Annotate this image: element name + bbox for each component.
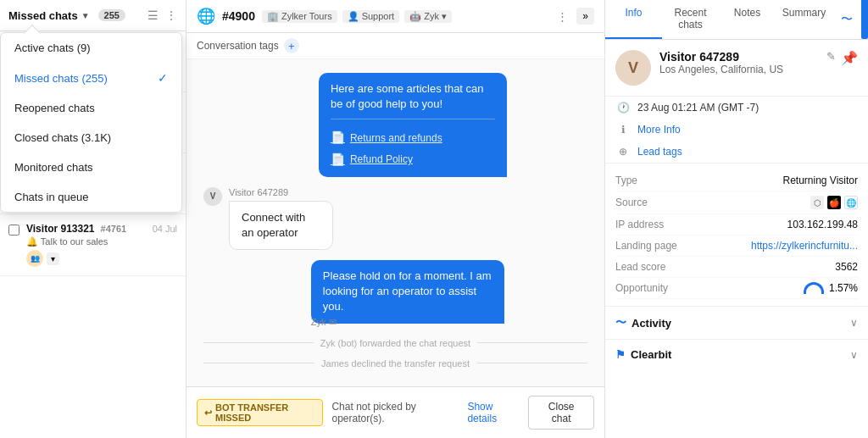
prop-type: Type Returning Visitor xyxy=(615,170,858,191)
chat-header-tags: 🏢 Zylker Tours 👤 Support 🤖 Zyk ▾ xyxy=(262,10,452,23)
article-title: Returns and refunds xyxy=(350,131,442,146)
lead-tags-label[interactable]: Lead tags xyxy=(637,146,682,158)
chat-header-right: ⋮ » xyxy=(557,8,594,25)
chat-item-info: Visitor 913321 #4761 04 Jul 🔔 Talk to ou… xyxy=(26,223,177,267)
chat-panel: 🌐 #4900 🏢 Zylker Tours 👤 Support 🤖 Zyk ▾ xyxy=(186,0,605,438)
datetime-value: 23 Aug 01:21 AM (GMT -7) xyxy=(637,102,759,114)
list-item[interactable]: Visitor 913321 #4761 04 Jul 🔔 Talk to ou… xyxy=(0,214,186,276)
activity-section-header[interactable]: 〜 Activity ∨ xyxy=(605,306,868,339)
visitor-name-heading: Visitor 647289 xyxy=(659,50,783,64)
opportunity-arc-icon xyxy=(804,282,824,294)
clock-icon: 🕐 xyxy=(615,102,631,114)
opportunity-label: Opportunity xyxy=(615,282,668,294)
left-header: Missed chats ▼ 255 ☰ ⋮ Active chats (9) … xyxy=(0,0,186,31)
header-action-icons: ☰ ⋮ xyxy=(147,8,177,22)
more-info-link[interactable]: More Info xyxy=(637,124,681,136)
message-text: Here are some articles that can be of go… xyxy=(331,82,484,110)
more-icon[interactable]: ⋮ xyxy=(165,8,177,22)
show-details-link[interactable]: Show details xyxy=(467,401,520,424)
company-tag: 🏢 Zylker Tours xyxy=(262,10,337,23)
prop-lead-score: Lead score 3562 xyxy=(615,257,858,278)
visitor-message: V Visitor 647289 Connect with an operato… xyxy=(203,187,377,250)
clearbit-title: ⚑ Clearbit xyxy=(615,348,671,361)
type-label: Type xyxy=(615,175,637,186)
dropdown-item-queue[interactable]: Chats in queue xyxy=(1,182,181,212)
message-bubble: Connect with an operator xyxy=(229,201,333,250)
type-value: Returning Visitor xyxy=(783,175,859,186)
chat-filter-dropdown-trigger[interactable]: Missed chats ▼ xyxy=(8,9,90,22)
apple-icon: 🍎 xyxy=(827,196,841,209)
assign-button[interactable]: ▾ xyxy=(47,252,59,265)
dropdown-item-closed-chats[interactable]: Closed chats (3.1K) xyxy=(1,123,181,152)
activity-title: 〜 Activity xyxy=(615,315,671,330)
chat-select-checkbox[interactable] xyxy=(8,225,19,236)
collapse-panel-button[interactable]: » xyxy=(576,8,594,25)
article-title: Refund Policy xyxy=(350,152,413,167)
clearbit-section-header[interactable]: ⚑ Clearbit ∨ xyxy=(605,339,868,369)
source-icon-1: ⬡ xyxy=(810,196,824,209)
chevron-down-icon: ▾ xyxy=(442,11,447,22)
system-message: James declined the transfer request xyxy=(203,358,587,369)
prop-landing: Landing page https://zylkerincfurnitu... xyxy=(615,236,858,257)
visitor-actions: ✎ 📌 xyxy=(826,50,858,66)
dropdown-item-reopened-chats[interactable]: Reopened chats xyxy=(1,93,181,123)
opportunity-value: 1.57% xyxy=(804,282,858,294)
warning-icon: ↩ xyxy=(204,408,212,419)
chrome-icon: 🌐 xyxy=(844,196,858,209)
chat-count-badge: 255 xyxy=(98,9,125,21)
source-label: Source xyxy=(615,197,648,208)
document-icon: 📄 xyxy=(331,152,345,169)
message-bubble: Here are some articles that can be of go… xyxy=(319,73,507,177)
chat-filter-dropdown: Active chats (9) Missed chats (255) ✓ Re… xyxy=(0,32,182,213)
divider-text: James declined the transfer request xyxy=(321,358,470,369)
lead-score-label: Lead score xyxy=(615,261,665,273)
chat-bottom-bar: ↩ BOT TRANSFER MISSED Chat not picked by… xyxy=(186,386,604,438)
chevron-down-icon: ∨ xyxy=(850,317,858,329)
message-bubble: Please hold on for a moment. I am lookin… xyxy=(311,260,504,324)
datetime-row: 🕐 23 Aug 01:21 AM (GMT -7) xyxy=(605,97,868,119)
visitor-details: Visitor 647289 Los Angeles, California, … xyxy=(659,50,783,75)
bot-transfer-badge: ↩ BOT TRANSFER MISSED xyxy=(197,399,323,426)
pin-icon[interactable]: 📌 xyxy=(841,50,858,66)
visitor-info-section: V Visitor 647289 Los Angeles, California… xyxy=(605,40,868,97)
tab-summary[interactable]: Summary xyxy=(776,0,832,39)
filter-icon[interactable]: ☰ xyxy=(147,8,159,22)
email-icon: ✉ xyxy=(329,317,337,328)
missed-chats-label: Missed chats xyxy=(8,9,78,22)
left-panel: Missed chats ▼ 255 ☰ ⋮ Active chats (9) … xyxy=(0,0,186,438)
dropdown-arrow-icon: ▼ xyxy=(81,11,90,20)
dept-icon: 👤 xyxy=(348,11,359,22)
source-icons: ⬡ 🍎 🌐 xyxy=(810,196,858,209)
message-list: Here are some articles that can be of go… xyxy=(186,59,604,386)
dept-tag: 👤 Support xyxy=(342,10,400,23)
tab-info[interactable]: Info xyxy=(605,0,662,39)
operator-message: Please hold on for a moment. I am lookin… xyxy=(311,260,587,328)
conv-tags-label: Conversation tags xyxy=(197,40,279,52)
ip-label: IP address xyxy=(615,219,664,230)
badge-text: BOT TRANSFER MISSED xyxy=(215,402,315,423)
divider-text: Zyk (bot) forwarded the chat request xyxy=(320,338,470,348)
dropdown-item-monitored-chats[interactable]: Monitored chats xyxy=(1,152,181,182)
article-link[interactable]: 📄 Returns and refunds xyxy=(331,130,495,147)
activity-graph-icon[interactable]: 〜 xyxy=(832,0,861,39)
lead-tags-row: ⊕ Lead tags xyxy=(605,141,868,163)
add-tag-button[interactable]: + xyxy=(284,38,299,53)
chevron-down-icon: ∨ xyxy=(850,349,858,361)
right-panel-tabs: Info Recent chats Notes Summary 〜 xyxy=(605,0,868,40)
system-message: Zyk (bot) forwarded the chat request xyxy=(203,338,587,348)
missed-text: Chat not picked by operator(s). xyxy=(331,401,459,424)
dropdown-item-missed-chats[interactable]: Missed chats (255) ✓ xyxy=(1,63,181,93)
plus-icon: ⊕ xyxy=(615,146,631,158)
landing-value[interactable]: https://zylkerincfurnitu... xyxy=(751,240,858,252)
edit-icon[interactable]: ✎ xyxy=(826,50,836,66)
article-link[interactable]: 📄 Refund Policy xyxy=(331,152,495,169)
chat-date: 04 Jul xyxy=(153,224,177,234)
more-options-icon[interactable]: ⋮ xyxy=(557,10,568,23)
pin-indicator xyxy=(861,0,868,39)
visitor-name: Visitor 913321 #4761 xyxy=(26,223,126,235)
close-chat-button[interactable]: Close chat xyxy=(528,396,594,430)
tab-notes[interactable]: Notes xyxy=(719,0,776,39)
activity-icon: 〜 xyxy=(615,315,626,330)
more-info-row: ℹ More Info xyxy=(605,119,868,141)
tab-recent-chats[interactable]: Recent chats xyxy=(662,0,719,39)
